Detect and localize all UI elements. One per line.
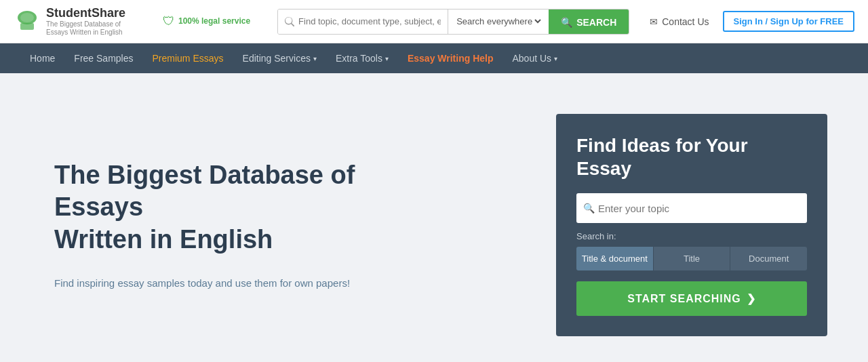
- hero-left: The Biggest Database of Essays Written i…: [54, 159, 556, 291]
- header-right: ✉ Contact Us Sign In / Sign Up for FREE: [650, 11, 854, 32]
- hero-title: The Biggest Database of Essays Written i…: [54, 159, 529, 256]
- hero-section: The Biggest Database of Essays Written i…: [0, 73, 868, 362]
- shield-icon: 🛡: [163, 14, 175, 28]
- about-us-chevron: ▾: [554, 55, 557, 62]
- svg-point-1: [20, 13, 34, 22]
- editing-services-chevron: ▾: [313, 55, 317, 62]
- extra-tools-chevron: ▾: [385, 55, 389, 62]
- mail-icon: ✉: [650, 16, 658, 27]
- svg-rect-2: [20, 23, 34, 30]
- filter-tabs: Title & document Title Document: [576, 247, 807, 270]
- nav-premium-essays[interactable]: Premium Essays: [143, 43, 233, 73]
- legal-text: 100% legal service: [178, 16, 250, 26]
- nav-about-us[interactable]: About Us ▾: [503, 43, 568, 73]
- header-search-button[interactable]: 🔍 SEARCH: [549, 9, 629, 35]
- search-scope-select[interactable]: Search everywhere: [454, 16, 543, 27]
- logo-area: StudentShare The Biggest Database of Ess…: [14, 6, 149, 37]
- logo-title: StudentShare: [46, 6, 125, 20]
- search-icon: 🔍: [561, 17, 572, 28]
- logo-subtitle: The Biggest Database of Essays Written i…: [46, 20, 141, 37]
- main-nav: Home Free Samples Premium Essays Editing…: [0, 43, 868, 73]
- search-scope-dropdown[interactable]: Search everywhere: [448, 9, 549, 34]
- nav-free-samples[interactable]: Free Samples: [64, 43, 142, 73]
- nav-essay-writing-help[interactable]: Essay Writing Help: [398, 43, 503, 73]
- header-search-input[interactable]: [278, 9, 448, 34]
- nav-home[interactable]: Home: [20, 43, 64, 73]
- header: StudentShare The Biggest Database of Ess…: [0, 0, 868, 43]
- filter-tab-title-document[interactable]: Title & document: [576, 247, 654, 270]
- logo-text: StudentShare The Biggest Database of Ess…: [46, 6, 141, 37]
- arrow-right-icon: ❯: [747, 292, 756, 305]
- start-searching-button[interactable]: START SEARCHING ❯: [576, 281, 807, 316]
- find-ideas-card: Find Ideas for Your Essay 🔍 Search in: T…: [556, 114, 827, 336]
- contact-link[interactable]: ✉ Contact Us: [650, 16, 709, 27]
- find-ideas-title: Find Ideas for Your Essay: [576, 134, 807, 180]
- legal-badge: 🛡 100% legal service: [163, 14, 250, 28]
- search-in-label: Search in:: [576, 231, 807, 241]
- header-search-bar: Search everywhere 🔍 SEARCH: [277, 9, 629, 35]
- filter-tab-title[interactable]: Title: [654, 247, 731, 270]
- nav-editing-services[interactable]: Editing Services ▾: [233, 43, 326, 73]
- nav-extra-tools[interactable]: Extra Tools ▾: [326, 43, 398, 73]
- hero-subtitle: Find inspiring essay samples today and u…: [54, 276, 529, 291]
- topic-search-icon: 🔍: [583, 203, 595, 214]
- filter-tab-document[interactable]: Document: [730, 247, 807, 270]
- topic-input-wrap: 🔍: [576, 193, 807, 223]
- logo-icon: [14, 8, 41, 35]
- signup-button[interactable]: Sign In / Sign Up for FREE: [723, 11, 855, 32]
- topic-input[interactable]: [576, 193, 807, 223]
